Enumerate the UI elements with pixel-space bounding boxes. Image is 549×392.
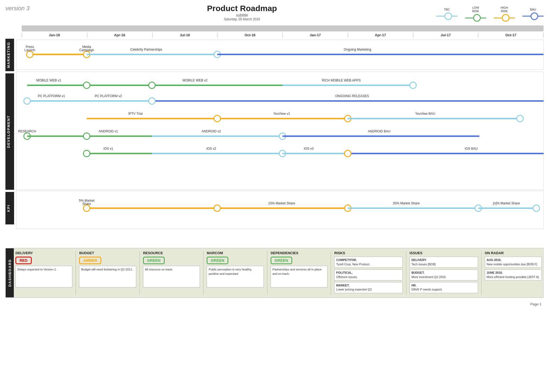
timeline-container: Jan-16 Apr-16 Jul-16 Oct-16 Jan-17 Apr-1…: [0, 25, 549, 38]
ios-v1-dot: [83, 150, 90, 157]
mobile-web-v1-dot: [83, 82, 90, 89]
legend-line-wrap-low-risk: [465, 14, 486, 22]
legend-line-wrap-tbc: [436, 12, 457, 20]
legend-line-bau2: [538, 16, 544, 17]
marketing-label-celeb: Celebrity Partnerships: [130, 48, 162, 51]
marketing-label-campaign: Campaign: [79, 48, 94, 52]
issue-3-title: HR.: [411, 284, 417, 287]
legend-circle-bau: [531, 12, 538, 20]
budget-text: Budget will need bolstering in Q2 2011.: [79, 266, 136, 288]
android-bau-label: ANDROID BAU: [368, 129, 390, 133]
divider-4: [267, 251, 267, 295]
mobile-web-v1-label: MOBILE WEB v1: [36, 79, 61, 82]
resource-title: RESOURCE: [143, 251, 200, 255]
youview-v1-label: YouView v1: [273, 112, 290, 116]
marcom-title: MARCOM: [207, 251, 264, 255]
kpi-npct-label: [n]% Market Share: [493, 201, 520, 205]
roadmap-svg-container: MARKETING DEVELOPMENT KPI Press Launch M…: [0, 39, 549, 245]
legend-label-low-risk: LOWRISK: [472, 6, 479, 13]
page-number: Page 1: [0, 300, 549, 308]
legend-line-wrap-high-risk: [494, 14, 515, 22]
main-title: Product Roadmap: [54, 4, 430, 13]
kpi-35pct-label: 35% Market Share: [393, 201, 420, 205]
risk-3-title: MARKET.: [336, 284, 349, 287]
risk-item-3: MARKET. Lower pricing expected Q3: [334, 282, 403, 293]
risks-card: RISKS COMPETITOR. Tyrell Corp, New Produ…: [334, 251, 403, 295]
title-block: Product Roadmap subtitle Saturday, 05 Ma…: [54, 4, 430, 21]
marketing-label-launch: Launch: [24, 48, 35, 52]
kpi-5pct-label2: Share: [82, 202, 91, 206]
legend-line-tbc2: [452, 16, 457, 17]
youview-bau-dot: [517, 115, 523, 122]
ongoing-releases-label: ONGOING RELEASES: [335, 94, 369, 98]
radar-item-1: AUG 2016. New mobile opportunities due […: [485, 257, 542, 268]
budget-card: BUDGET AMBER Budget will need bolstering…: [79, 251, 136, 295]
android-v1-dot: [83, 133, 90, 139]
divider-1: [76, 251, 76, 295]
budget-title: BUDGET: [79, 251, 136, 255]
ios-v3-label: iOS v3: [304, 147, 314, 151]
legend-line-low: [465, 18, 473, 18]
legend-line-high2: [509, 18, 515, 18]
legend-label-bau: BAU: [530, 8, 536, 11]
dependencies-card: DEPENDENCIES GREEN Partnerships and serv…: [271, 251, 327, 295]
iptv-dot: [214, 115, 220, 122]
mobile-web-v2-dot: [149, 82, 155, 89]
resource-card: RESOURCE GREEN All resource on track.: [143, 251, 200, 295]
issue-1-title: DELIVERY.: [411, 258, 427, 262]
issue-item-3: HR. DAVE P needs support.: [410, 282, 478, 293]
radar-1-title: AUG 2016.: [487, 258, 502, 262]
dashboard-wrapper: DASHBOARD DELIVERY RED Delays expected t…: [5, 248, 544, 298]
risks-title: RISKS: [334, 251, 403, 255]
issue-item-1: DELIVERY. Tech issues [BOB]: [410, 257, 478, 268]
legend: TBC LOWRISK HIGHRISK: [430, 4, 544, 22]
issue-2-text: More investment Q2 2016.: [411, 275, 447, 279]
rich-mobile-dot: [410, 82, 416, 89]
month-jan16: Jan-16: [22, 32, 87, 38]
issue-1-text: Tech issues [BOB]: [411, 263, 436, 266]
version-label: version 3: [5, 4, 54, 12]
roadmap-svg: MARKETING DEVELOPMENT KPI Press Launch M…: [5, 39, 544, 244]
legend-circle-high: [502, 14, 509, 22]
pc-v2-label: PC PLATFORM v2: [95, 94, 122, 98]
pc-v1-dot: [24, 98, 30, 104]
delivery-text: Delays expected to Version 1.: [15, 266, 72, 288]
pc-v2-dot: [149, 98, 155, 104]
divider-3: [203, 251, 203, 295]
dependencies-title: DEPENDENCIES: [271, 251, 327, 255]
risk-3-text: Lower pricing expected Q3: [336, 288, 372, 291]
ios-v1-label: iOS v1: [103, 147, 113, 151]
legend-line-bau: [522, 16, 531, 17]
month-jul16: Jul-16: [152, 32, 217, 38]
legend-label-high-risk: HIGHRISK: [501, 6, 508, 13]
divider-6: [406, 251, 406, 295]
rich-mobile-label: RICH MOBILE WEB APPS: [322, 79, 360, 82]
marcom-badge: GREEN: [207, 257, 228, 264]
month-oct17: Oct-17: [478, 32, 544, 38]
risk-item-1: COMPETITOR. Tyrell Corp, New Product.: [334, 257, 403, 268]
delivery-badge: RED: [15, 257, 32, 264]
marketing-label: MARKETING: [7, 42, 11, 68]
ios-bau-label: iOS BAU: [465, 147, 478, 151]
legend-line-low2: [481, 18, 486, 18]
kpi-label: KPI: [7, 205, 11, 212]
android-v1-label: ANDROID v1: [99, 129, 118, 133]
kpi-npct-dot: [533, 205, 540, 211]
legend-item-low-risk: LOWRISK: [465, 6, 486, 22]
pc-v1-label: PC PLATFORM v1: [38, 94, 65, 98]
issue-item-2: BUDGET. More investment Q2 2016.: [410, 269, 478, 280]
dependencies-text: Partnerships and services all in place a…: [271, 266, 327, 288]
subtitle: subtitle: [54, 13, 430, 17]
divider-5: [331, 251, 331, 295]
budget-badge: AMBER: [79, 257, 101, 264]
legend-label-tbc: TBC: [444, 8, 450, 11]
risk-1-title: COMPETITOR.: [336, 258, 357, 262]
radar-2-title: JUNE 2016.: [487, 271, 503, 274]
kpi-border: [16, 191, 544, 229]
marcom-text: Public perception is very healthy, posit…: [207, 266, 264, 288]
on-radar-card: ON RADAR AUG 2016. New mobile opportunit…: [485, 251, 542, 295]
legend-item-high-risk: HIGHRISK: [494, 6, 515, 22]
timeline-months: Jan-16 Apr-16 Jul-16 Oct-16 Jan-17 Apr-1…: [22, 32, 544, 38]
legend-circle-low: [473, 14, 481, 22]
month-apr17: Apr-17: [348, 32, 413, 38]
